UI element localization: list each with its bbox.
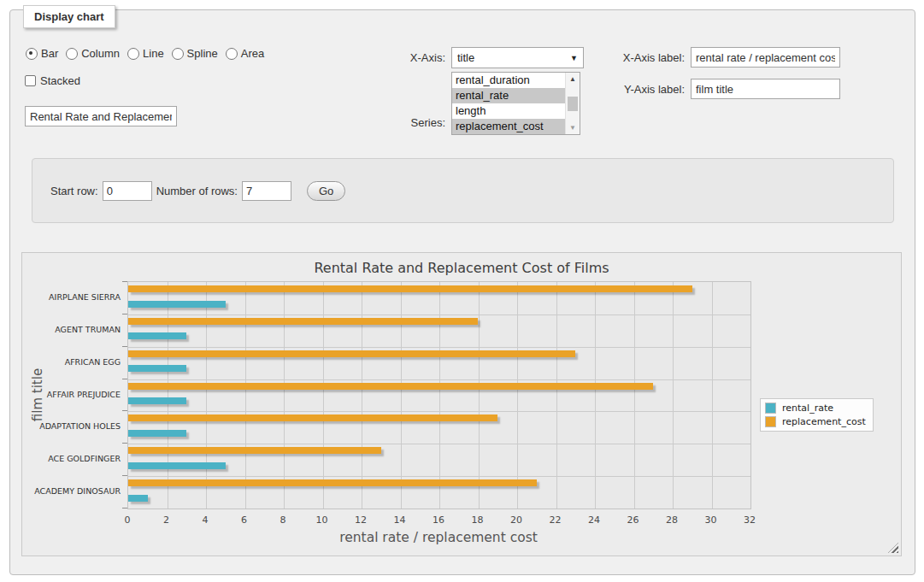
x-tick-label: 6: [241, 514, 247, 526]
x-axis-title: rental rate / replacement cost: [127, 530, 750, 545]
y-axis-label-input[interactable]: [691, 79, 840, 99]
gridline: [168, 282, 168, 509]
chart-title-input[interactable]: [25, 106, 177, 126]
y-tick-mark: [122, 410, 127, 411]
gridline: [128, 379, 750, 380]
chart-type-option-column[interactable]: Column: [66, 47, 120, 60]
bar-rental_rate: [128, 430, 186, 437]
x-tick-label: 0: [125, 514, 131, 526]
radio-icon[interactable]: [226, 48, 238, 60]
x-tick-label: 8: [280, 514, 286, 526]
resize-handle-icon[interactable]: [888, 543, 898, 553]
series-option[interactable]: rental_rate: [452, 88, 565, 103]
x-axis-selected-value: title: [457, 51, 474, 64]
bar-replacement_cost: [128, 447, 381, 454]
x-axis-label-input[interactable]: [691, 47, 840, 68]
bar-rental_rate: [128, 332, 186, 339]
chart-type-option-area[interactable]: Area: [226, 47, 264, 60]
stacked-label: Stacked: [40, 74, 80, 87]
stacked-checkbox-row[interactable]: Stacked: [25, 74, 80, 87]
bar-replacement_cost: [128, 479, 537, 486]
gridline: [479, 282, 480, 509]
x-tick-label: 10: [316, 514, 328, 526]
bar-replacement_cost: [128, 318, 478, 325]
legend-label: rental_rate: [782, 403, 833, 414]
checkbox-icon[interactable]: [25, 75, 36, 86]
number-of-rows-label: Number of rows:: [156, 185, 238, 197]
scrollbar-thumb[interactable]: [568, 97, 578, 111]
chart-title: Rental Rate and Replacement Cost of Film…: [22, 260, 901, 276]
category-label: AIRPLANE SIERRA: [25, 292, 121, 303]
radio-icon[interactable]: [127, 48, 139, 60]
radio-label: Bar: [41, 47, 58, 60]
x-tick-label: 20: [510, 514, 522, 526]
gridline: [517, 282, 518, 509]
legend-item: rental_rate: [765, 403, 866, 414]
series-listbox[interactable]: rental_durationrental_ratelengthreplacem…: [451, 72, 580, 135]
legend-swatch: [765, 416, 776, 427]
bar-replacement_cost: [128, 383, 653, 390]
radio-label: Spline: [187, 47, 218, 60]
category-label: AFRICAN EGG: [25, 357, 121, 367]
gridline: [595, 282, 596, 509]
category-label: AGENT TRUMAN: [25, 325, 121, 335]
scrollbar[interactable]: ▲ ▼: [565, 73, 580, 134]
gridline: [556, 282, 557, 509]
y-tick-mark: [122, 475, 127, 476]
x-tick-label: 30: [705, 514, 717, 526]
start-row-input[interactable]: [103, 181, 152, 201]
gridline: [128, 315, 750, 315]
go-button[interactable]: Go: [307, 181, 345, 201]
gridline: [206, 282, 207, 509]
y-tick-mark: [122, 346, 127, 347]
x-axis-label: X-Axis:: [369, 51, 445, 65]
y-axis-label-caption: Y-Axis label:: [603, 83, 685, 97]
gridline: [401, 282, 402, 509]
x-tick-label: 18: [472, 514, 484, 526]
gridline: [634, 282, 635, 509]
radio-icon[interactable]: [66, 48, 78, 60]
x-tick-label: 24: [588, 514, 600, 526]
gridline: [128, 476, 750, 477]
plot-area: [127, 281, 751, 509]
display-chart-panel: Display chart Bar Column Line Spline Are…: [9, 9, 915, 575]
page: Display chart Bar Column Line Spline Are…: [0, 0, 924, 582]
legend-label: replacement_cost: [782, 416, 866, 427]
chart-type-radio-group: Bar Column Line Spline Area: [26, 47, 264, 60]
series-label: Series:: [369, 116, 445, 130]
y-tick-mark: [122, 443, 127, 444]
radio-label: Column: [81, 47, 120, 60]
chart-type-option-line[interactable]: Line: [127, 47, 164, 60]
gridline: [128, 347, 750, 348]
chart-type-option-spline[interactable]: Spline: [172, 47, 218, 60]
radio-icon[interactable]: [26, 48, 38, 60]
x-tick-label: 4: [203, 514, 209, 526]
panel-title: Display chart: [23, 5, 115, 28]
x-tick-label: 26: [627, 514, 639, 526]
gridline: [245, 282, 246, 509]
scroll-up-icon[interactable]: ▲: [566, 73, 580, 85]
gridline: [128, 411, 750, 412]
bar-rental_rate: [128, 365, 186, 372]
start-row-label: Start row:: [50, 185, 98, 197]
chevron-down-icon: ▼: [570, 54, 578, 62]
x-tick-label: 32: [744, 514, 756, 526]
bar-replacement_cost: [128, 414, 497, 421]
category-label: ADAPTATION HOLES: [25, 421, 121, 432]
y-tick-mark: [122, 314, 127, 315]
series-option[interactable]: rental_duration: [452, 73, 565, 88]
x-axis-select[interactable]: title ▼: [451, 47, 584, 68]
bar-rental_rate: [128, 397, 186, 404]
radio-icon[interactable]: [172, 48, 184, 60]
series-option[interactable]: length: [452, 103, 565, 119]
x-tick-label: 14: [394, 514, 406, 526]
scroll-down-icon[interactable]: ▼: [566, 121, 580, 134]
gridline: [128, 444, 750, 444]
chart-type-option-bar[interactable]: Bar: [26, 47, 58, 60]
category-label: ACE GOLDFINGER: [25, 454, 121, 464]
gridline: [439, 282, 440, 509]
x-tick-label: 12: [355, 514, 367, 526]
number-of-rows-input[interactable]: [242, 181, 291, 201]
series-option[interactable]: replacement_cost: [452, 119, 565, 134]
x-axis-label-caption: X-Axis label:: [603, 51, 685, 65]
